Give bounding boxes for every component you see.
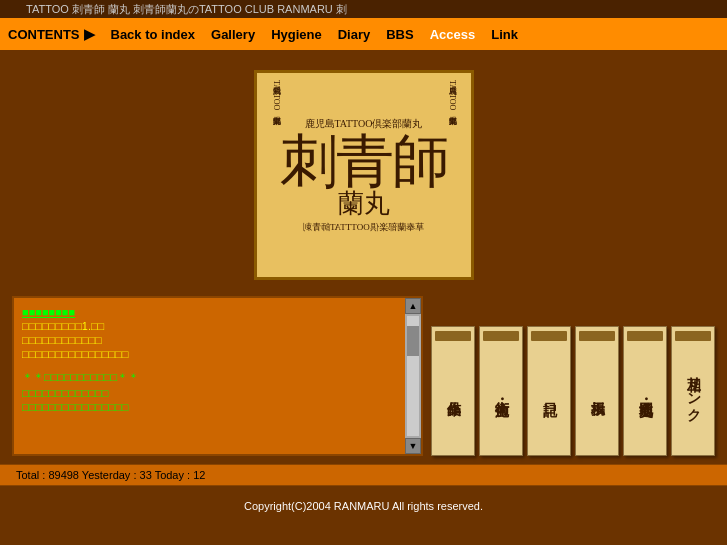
logo-side-left: 式魁鱗TATTOO倶楽部蘭丸 (268, 80, 284, 270)
logo-section: 式魁鱗TATTOO倶楽部蘭丸 鹿児島TATTOO倶楽部蘭丸 鹿児島TATTOO倶… (0, 50, 727, 296)
scroll-track[interactable] (407, 316, 419, 436)
logo-kanji-sub: 蘭丸 (338, 191, 390, 217)
logo-side-right: 鹿児島TATTOO倶楽部蘭丸 (444, 80, 460, 270)
left-text-2: □□□□□□□□□□□□ (22, 334, 403, 346)
top-bar-text: TATTOO 刺青師 蘭丸 刺青師蘭丸のTATTOO CLUB RANMARU … (4, 2, 347, 17)
contents-menu[interactable]: CONTENTS ▶ (8, 26, 95, 42)
top-bar: TATTOO 刺青師 蘭丸 刺青師蘭丸のTATTOO CLUB RANMARU … (0, 0, 727, 18)
logo-kanji-main: 刺青師 (280, 133, 448, 191)
stats-text: Total : 89498 Yesterday : 33 Today : 12 (16, 469, 205, 481)
scroll-down-btn[interactable]: ▼ (405, 438, 421, 454)
card-deco-4 (579, 331, 615, 341)
nav-access[interactable]: Access (430, 27, 476, 42)
diary-card[interactable]: 日記 (527, 326, 571, 456)
link-card[interactable]: 相互リンク (671, 326, 715, 456)
gallery-card[interactable]: 作品集 (431, 326, 475, 456)
logo-image: 式魁鱗TATTOO倶楽部蘭丸 鹿児島TATTOO倶楽部蘭丸 鹿児島TATTOO倶… (254, 70, 474, 280)
nav-back-to-index[interactable]: Back to index (111, 27, 196, 42)
left-panel: ■■■■■■■■ □□□□□□□□□1.□□ □□□□□□□□□□□□ □□□□… (12, 296, 423, 456)
scroll-thumb[interactable] (407, 326, 419, 356)
left-star-text: ＊＊□□□□□□□□□□□＊＊ (22, 370, 403, 385)
nav-diary[interactable]: Diary (338, 27, 371, 42)
left-text-3: □□□□□□□□□□□□□□□□ (22, 348, 403, 360)
copyright-text: Copyright(C)2004 RANMARU All rights rese… (244, 500, 483, 512)
scroll-up-btn[interactable]: ▲ (405, 298, 421, 314)
card-deco-3 (531, 331, 567, 341)
nav-bar: CONTENTS ▶ Back to index Gallery Hygiene… (0, 18, 727, 50)
copyright: Copyright(C)2004 RANMARU All rights rese… (0, 490, 727, 522)
bbs-card[interactable]: 掲示板 (575, 326, 619, 456)
nav-link[interactable]: Link (491, 27, 518, 42)
card-deco-1 (435, 331, 471, 341)
scrollbar[interactable]: ▲ ▼ (405, 298, 421, 454)
nav-gallery[interactable]: Gallery (211, 27, 255, 42)
logo-bottom: 草奉蘭部楽倶OOTTTAT師青刺 (303, 221, 424, 234)
footer-stats: Total : 89498 Yesterday : 33 Today : 12 (0, 464, 727, 486)
card-deco-5 (627, 331, 663, 341)
card-deco-6 (675, 331, 711, 341)
left-text-1: □□□□□□□□□1.□□ (22, 320, 403, 332)
nav-hygiene[interactable]: Hygiene (271, 27, 322, 42)
right-panel: 作品集 施術・衛生 日記 掲示板 交通・地図 相互リンク (431, 296, 715, 456)
left-green-1[interactable]: □□□□□□□□□□□□□ (22, 387, 403, 399)
nav-bbs[interactable]: BBS (386, 27, 413, 42)
left-green-2[interactable]: □□□□□□□□□□□□□□□□ (22, 401, 403, 413)
left-link-1[interactable]: ■■■■■■■■ (22, 306, 403, 318)
access-card[interactable]: 交通・地図 (623, 326, 667, 456)
hygiene-card[interactable]: 施術・衛生 (479, 326, 523, 456)
link-card-text: 相互リンク (685, 367, 702, 415)
contents-label: CONTENTS (8, 27, 80, 42)
card-deco-2 (483, 331, 519, 341)
contents-arrow: ▶ (84, 26, 95, 42)
content-area: ■■■■■■■■ □□□□□□□□□1.□□ □□□□□□□□□□□□ □□□□… (12, 296, 715, 456)
